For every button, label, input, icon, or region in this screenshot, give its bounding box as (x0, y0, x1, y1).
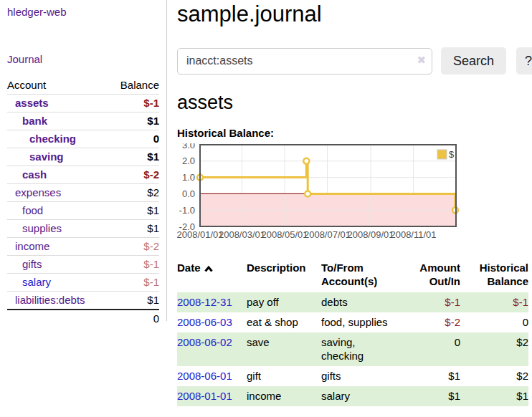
account-balance: $-2 (108, 166, 159, 184)
account-row: food$1 (7, 202, 159, 220)
register-header-accounts: To/From Account(s) (321, 259, 399, 292)
accounts-header-account: Account (7, 77, 108, 95)
register-balance-cell: $2 (460, 366, 528, 386)
svg-text:2008/07/01: 2008/07/01 (304, 229, 351, 240)
register-header-amount: Amount Out/In (399, 259, 460, 292)
register-description-cell: pay off (247, 292, 321, 312)
account-link-checking[interactable]: checking (29, 133, 76, 145)
clear-search-icon[interactable]: ✖ (417, 54, 426, 67)
register-amount-cell: $-2 (399, 312, 460, 332)
account-link-assets[interactable]: assets (15, 97, 49, 109)
legend-label: $ (449, 149, 455, 160)
svg-text:0.0: 0.0 (182, 188, 195, 199)
register-accounts-cell: gifts (321, 366, 399, 386)
accounts-header-row: Account Balance (7, 77, 159, 95)
register-date-cell: 2008-06-01 (177, 366, 247, 386)
sidebar: hledger-web Journal Account Balance asse… (0, 0, 167, 321)
account-row: liabilities:debts$1 (7, 292, 159, 310)
search-button[interactable]: Search (441, 47, 506, 75)
register-date-cell: 2008-06-03 (177, 312, 247, 332)
data-point-marker (303, 158, 309, 164)
register-amount-cell: $-1 (399, 292, 460, 312)
transaction-date-link[interactable]: 2008-06-01 (177, 370, 232, 382)
account-row: expenses$2 (7, 184, 159, 202)
register-date-cell: 2008-12-31 (177, 292, 247, 312)
search-box: ✖ (177, 48, 432, 75)
account-row: income$-2 (7, 238, 159, 256)
svg-text:1.0: 1.0 (182, 172, 195, 183)
svg-text:2008/09/01: 2008/09/01 (347, 229, 394, 240)
account-balance: $1 (108, 112, 159, 130)
chart-title: Historical Balance: (177, 127, 532, 139)
account-link-food[interactable]: food (22, 204, 43, 216)
register-header-description: Description (247, 259, 321, 292)
account-balance: $1 (108, 202, 159, 220)
transaction-date-link[interactable]: 2008-06-03 (177, 316, 232, 328)
register-accounts-cell: debts (321, 292, 399, 312)
help-button[interactable]: ? (516, 47, 532, 75)
register-row: 2008-12-31pay offdebts$-1$-1 (177, 292, 528, 312)
sidebar-nav: Journal (7, 53, 159, 66)
page-title: sample.journal (177, 1, 532, 27)
transaction-date-link[interactable]: 2008-12-31 (177, 296, 232, 308)
account-balance: $1 (108, 292, 159, 310)
sort-ascending-icon (204, 262, 214, 274)
account-link-expenses[interactable]: expenses (15, 186, 61, 198)
register-balance-cell: $2 (460, 332, 528, 366)
register-amount-cell: $1 (399, 386, 460, 406)
brand-link[interactable]: hledger-web (7, 6, 67, 18)
transaction-date-link[interactable]: 2008-06-02 (177, 336, 232, 348)
search-form: ✖ Search ? (177, 47, 532, 75)
data-point-marker (305, 191, 310, 196)
register-row: 2008-06-02savesaving, checking0$2 (177, 332, 528, 366)
account-balance: $-1 (108, 256, 159, 274)
register-description-cell: save (247, 332, 321, 366)
account-row: checking0 (7, 130, 159, 148)
register-date-cell: 2008-06-02 (177, 332, 247, 366)
accounts-total-balance: 0 (108, 310, 159, 327)
svg-text:2008/03/01: 2008/03/01 (219, 229, 265, 240)
historical-balance-chart: 3.02.01.00.0-1.0-2.02008/01/012008/03/01… (177, 143, 532, 248)
account-link-salary[interactable]: salary (22, 276, 51, 288)
account-link-gifts[interactable]: gifts (22, 258, 42, 270)
register-amount-cell: 0 (399, 332, 460, 366)
account-balance: 0 (108, 130, 159, 148)
register-description-cell: income (247, 386, 321, 406)
svg-text:3.0: 3.0 (182, 143, 195, 150)
account-link-income[interactable]: income (15, 240, 49, 252)
account-balance: $-1 (108, 95, 159, 112)
legend-swatch (437, 150, 447, 159)
register-row: 2008-01-01incomesalary$1$1 (177, 386, 528, 406)
search-input[interactable] (177, 48, 432, 75)
account-link-saving[interactable]: saving (29, 150, 64, 163)
register-accounts-cell: saving, checking (321, 332, 399, 366)
accounts-total-row: 0 (7, 310, 159, 327)
account-link-bank[interactable]: bank (22, 115, 47, 127)
register-date-cell: 2008-01-01 (177, 386, 247, 406)
svg-text:2008/05/01: 2008/05/01 (261, 229, 308, 240)
register-balance-cell: $1 (460, 386, 528, 406)
svg-text:-1.0: -1.0 (179, 205, 195, 216)
register-description-cell: eat & shop (247, 312, 321, 332)
account-row: bank$1 (7, 112, 159, 130)
transaction-date-link[interactable]: 2008-01-01 (177, 390, 232, 402)
account-link-supplies[interactable]: supplies (22, 222, 62, 234)
account-balance: $-2 (108, 238, 159, 256)
account-link-liabilities-debts[interactable]: liabilities:debts (15, 294, 85, 306)
account-row: salary$-1 (7, 274, 159, 292)
account-row: assets$-1 (7, 95, 159, 112)
svg-text:2008/01/01: 2008/01/01 (177, 229, 224, 240)
account-link-cash[interactable]: cash (22, 168, 47, 181)
main-content: sample.journal ✖ Search ? assets Histori… (167, 0, 532, 406)
register-header-date[interactable]: Date (177, 259, 247, 292)
svg-text:2.0: 2.0 (182, 155, 195, 166)
account-heading: assets (177, 92, 532, 114)
register-header-row: Date Description To/From Account(s) Amou… (177, 259, 528, 292)
account-row: gifts$-1 (7, 256, 159, 274)
register-balance-cell: $-1 (460, 292, 528, 312)
sidebar-item-journal[interactable]: Journal (7, 53, 42, 65)
register-accounts-cell: salary (321, 386, 399, 406)
page: hledger-web Journal Account Balance asse… (0, 0, 532, 406)
svg-text:2008/11/01: 2008/11/01 (390, 229, 436, 240)
account-balance: $2 (108, 184, 159, 202)
